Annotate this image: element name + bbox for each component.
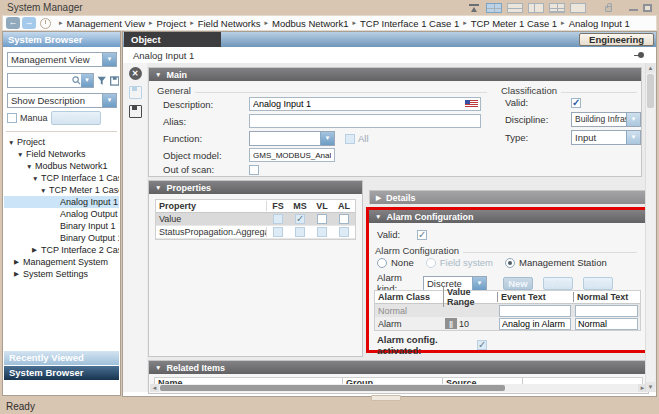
radio-management-station[interactable] (505, 258, 515, 268)
breadcrumb-separator: ▸ (349, 19, 361, 27)
display-mode-dropdown[interactable]: Show Description ▼ (7, 93, 117, 108)
search-input[interactable] (8, 75, 72, 86)
layout-grid-icon[interactable] (549, 3, 565, 13)
al-checkbox[interactable] (339, 214, 349, 224)
range-icon-button[interactable]: || (445, 318, 457, 329)
horizontal-scrollbar[interactable]: ◄ ► (150, 384, 647, 392)
expanded-arrow-icon[interactable]: ▼ (40, 187, 49, 194)
function-all-checkbox[interactable] (345, 134, 355, 144)
breadcrumb-item[interactable]: Project (157, 18, 187, 29)
layout-horizontal-split-icon[interactable] (507, 3, 523, 13)
discard-changes-icon[interactable]: ✕ (129, 67, 142, 80)
discipline-dropdown[interactable]: Building Infrastructu ▼ (571, 112, 641, 127)
tree-item-analog-output-1[interactable]: Analog Output 1 (4, 208, 119, 220)
tree-item-field-networks[interactable]: ▼Field Networks (4, 148, 119, 160)
layout-quad-icon[interactable] (486, 3, 502, 13)
column-ms: MS (289, 201, 311, 211)
related-items-header[interactable]: ▼ Related Items (149, 361, 648, 374)
type-dropdown[interactable]: Input ▼ (571, 130, 641, 145)
main-section-header[interactable]: ▼ Main (149, 68, 641, 81)
radio-none[interactable] (377, 258, 387, 268)
out-of-scan-checkbox[interactable] (249, 165, 259, 175)
alarm-row-alarm[interactable]: Alarm || 10 (375, 317, 640, 330)
tree-item-project[interactable]: ▼Project (4, 136, 119, 148)
table-row[interactable]: StatusPropagation.Aggregat (156, 226, 355, 239)
scroll-up-icon[interactable]: ▲ (646, 63, 655, 73)
manual-checkbox[interactable] (7, 113, 17, 123)
ms-checkbox[interactable] (295, 214, 305, 224)
tree-item-binary-input-1[interactable]: Binary Input 1 (4, 220, 119, 232)
table-row[interactable]: Value (156, 213, 355, 226)
layout-vertical-split-icon[interactable] (528, 3, 544, 13)
maximize-button[interactable] (643, 4, 652, 12)
tree-item-analog-input-1[interactable]: Analog Input 1 (4, 196, 119, 208)
collapsed-arrow-icon[interactable]: ▶ (14, 258, 23, 266)
tree-item-binary-output-1[interactable]: Binary Output 1 (4, 232, 119, 244)
function-dropdown[interactable]: ▼ (249, 131, 335, 146)
breadcrumb-item[interactable]: TCP Meter 1 Case 1 (471, 18, 557, 29)
minimize-button[interactable] (629, 8, 638, 11)
description-field-wrap (249, 97, 481, 111)
tab-object-configurator[interactable]: Object Configurator (124, 32, 221, 47)
back-button[interactable]: ← (6, 17, 20, 29)
tree-item-tcp-interface-1[interactable]: ▼TCP Interface 1 Case 1 (4, 172, 119, 184)
tab-recently-viewed[interactable]: Recently Viewed (4, 351, 119, 365)
tree-item-tcp-meter-1[interactable]: ▼TCP Meter 1 Case 1 (4, 184, 119, 196)
forward-button[interactable]: → (22, 17, 36, 29)
scrollbar-thumb[interactable] (647, 74, 654, 108)
alias-input[interactable] (249, 114, 481, 128)
layout-single-pane-icon[interactable] (570, 3, 586, 13)
classification-valid-checkbox[interactable] (571, 98, 581, 108)
expanded-arrow-icon[interactable]: ▼ (8, 139, 17, 146)
tree-item-modbus-network1[interactable]: ▼Modbus Network1 (4, 160, 119, 172)
vl-checkbox[interactable] (317, 214, 327, 224)
column-alarm-class: Alarm Class (375, 292, 443, 302)
alarm-valid-checkbox[interactable] (417, 230, 427, 240)
breadcrumb-item-current[interactable]: Analog Input 1 (569, 18, 630, 29)
tree-item-management-system[interactable]: ▶Management System (4, 256, 119, 268)
save-as-icon[interactable] (129, 105, 142, 118)
properties-section-header[interactable]: ▼ Properties (149, 181, 362, 194)
tab-system-browser[interactable]: System Browser (4, 366, 119, 380)
expanded-arrow-icon[interactable]: ▼ (32, 175, 41, 182)
expanded-arrow-icon[interactable]: ▼ (17, 151, 26, 158)
tree-item-tcp-interface-2[interactable]: ▶TCP Interface 2 Case 1 (4, 244, 119, 256)
event-text-input[interactable] (499, 318, 571, 330)
filter-icon[interactable] (97, 76, 106, 86)
scroll-left-icon[interactable]: ◄ (150, 384, 159, 392)
dock-top-icon[interactable] (467, 3, 481, 13)
lock-icon[interactable] (605, 6, 612, 12)
normal-text-input[interactable] (575, 318, 638, 330)
details-section-header[interactable]: ▶ Details (370, 191, 645, 204)
breadcrumb-item[interactable]: Management View (67, 18, 146, 29)
engineering-mode-button[interactable]: Engineering (579, 33, 654, 46)
history-icon[interactable] (40, 18, 51, 29)
alarm-row-normal[interactable]: Normal (375, 304, 640, 317)
new-button[interactable]: New (503, 277, 533, 290)
expanded-arrow-icon[interactable]: ▼ (26, 163, 35, 170)
search-box[interactable]: ▼ (7, 73, 94, 88)
save-search-icon[interactable] (110, 76, 119, 86)
pin-icon[interactable] (634, 51, 646, 59)
normal-text-input[interactable] (575, 305, 638, 317)
breadcrumb-item[interactable]: Field Networks (198, 18, 261, 29)
collapsed-arrow-icon[interactable]: ▶ (14, 270, 23, 278)
tree-item-system-settings[interactable]: ▶System Settings (4, 268, 119, 280)
object-model-input[interactable] (249, 148, 335, 162)
language-flag-icon[interactable] (465, 100, 478, 108)
view-dropdown[interactable]: Management View ▼ (7, 52, 117, 67)
event-text-input[interactable] (499, 305, 571, 317)
scrollbar-thumb[interactable] (160, 385, 505, 391)
breadcrumb-item[interactable]: TCP Interface 1 Case 1 (360, 18, 459, 29)
description-input[interactable] (250, 99, 465, 109)
fs-checkbox (273, 227, 283, 237)
collapsed-arrow-icon[interactable]: ▶ (32, 246, 41, 254)
scroll-down-icon[interactable]: ▼ (646, 382, 655, 392)
display-mode-value: Show Description (8, 94, 102, 107)
search-options-arrow-icon[interactable]: ▼ (81, 74, 93, 87)
breadcrumb-item[interactable]: Modbus Network1 (272, 18, 349, 29)
vertical-scrollbar[interactable]: ▲ ▼ (645, 63, 655, 392)
send-button[interactable]: Send (51, 111, 101, 125)
alarm-config-group-label: Alarm Configuration (375, 245, 459, 256)
alarm-section-header[interactable]: ▼ Alarm Configuration (369, 210, 646, 223)
